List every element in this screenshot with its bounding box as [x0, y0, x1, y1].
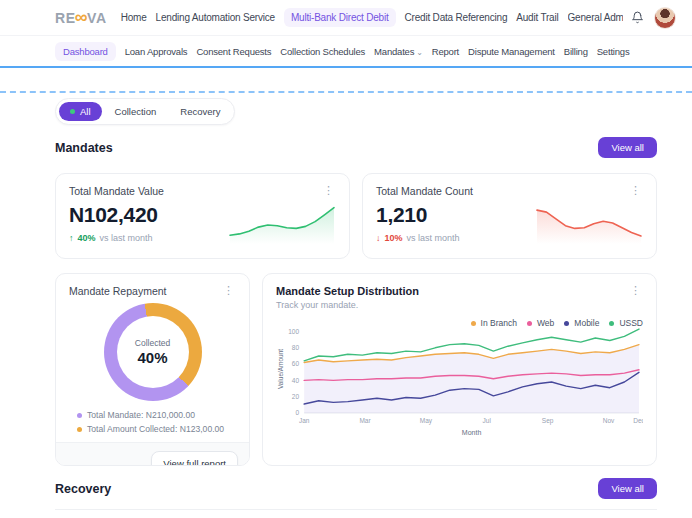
svg-text:May: May — [420, 417, 433, 425]
legend-label: Total Mandate: N210,000.00 — [87, 410, 195, 420]
chart-title: Mandate Setup Distribution — [276, 285, 419, 297]
repayment-card-footer: View full report — [56, 442, 249, 466]
svg-text:40: 40 — [292, 377, 300, 384]
line-chart: 020406080100JanMarMayJulSepNovDecMonthVa… — [276, 317, 643, 441]
legend-dot — [609, 321, 614, 326]
mandate-repayment-card: Mandate Repayment ⋮ Collected 40% Total … — [55, 273, 250, 466]
repayment-legend-item: Total Mandate: N210,000.00 — [77, 410, 236, 420]
legend-dot — [564, 321, 569, 326]
subnav-item-dispute-management[interactable]: Dispute Management — [468, 46, 555, 57]
topnav-item-general-admin[interactable]: General Admin — [568, 12, 623, 23]
subnav-item-report[interactable]: Report — [432, 46, 459, 57]
svg-text:Jul: Jul — [483, 417, 492, 424]
recovery-section-header: Recovery View all — [55, 478, 657, 499]
mandates-view-all-button[interactable]: View all — [598, 137, 657, 158]
donut-center-text: Collected 40% — [104, 303, 202, 401]
subnav-item-collection-schedules[interactable]: Collection Schedules — [280, 46, 365, 57]
svg-text:100: 100 — [288, 328, 299, 335]
filter-label: All — [80, 106, 91, 117]
donut-label: Collected — [135, 338, 170, 348]
card-title: Total Mandate Value — [69, 185, 164, 197]
subnav-item-settings[interactable]: Settings — [597, 46, 630, 57]
subnav-item-dashboard[interactable]: Dashboard — [55, 42, 116, 61]
blue-divider-line — [0, 66, 692, 68]
charts-row: Mandate Repayment ⋮ Collected 40% Total … — [55, 273, 657, 466]
topnav-items: HomeLending Automation ServiceMulti-Bank… — [121, 8, 623, 27]
mandate-setup-distribution-card: Mandate Setup Distribution ⋮ Track your … — [262, 273, 657, 466]
donut-value: 40% — [137, 349, 167, 366]
sparkline-chart — [535, 202, 643, 250]
kebab-menu-icon[interactable]: ⋮ — [221, 285, 236, 296]
topnav-item-multi-bank-direct-debit[interactable]: Multi-Bank Direct Debit — [284, 8, 396, 27]
page: RE∞VA HomeLending Automation ServiceMult… — [0, 0, 692, 518]
trend-arrow-icon: ↓ — [376, 233, 381, 243]
main-content: AllCollectionRecovery Mandates View all … — [0, 93, 692, 518]
topnav-right — [631, 7, 676, 29]
logo-text-pre: RE — [55, 10, 76, 26]
recovery-view-all-button[interactable]: View all — [598, 478, 657, 499]
svg-text:80: 80 — [292, 344, 300, 351]
stat-card-row: Total Mandate Value ⋮ N102,420 ↑ 40% vs … — [55, 173, 657, 259]
card-title: Total Mandate Count — [376, 185, 473, 197]
chevron-down-icon: ⌄ — [416, 48, 423, 57]
filter-pill-recovery[interactable]: Recovery — [169, 102, 231, 121]
kebab-menu-icon[interactable]: ⋮ — [628, 285, 643, 296]
topnav-item-credit-data-referencing[interactable]: Credit Data Referencing — [405, 12, 508, 23]
repayment-legend-item: Total Amount Collected: N123,00.00 — [77, 424, 236, 434]
svg-text:Value/Amount: Value/Amount — [277, 349, 284, 389]
active-status-dot — [70, 109, 75, 114]
kebab-menu-icon[interactable]: ⋮ — [321, 185, 336, 196]
legend-dot — [527, 321, 532, 326]
delta-percent: 10% — [385, 233, 403, 243]
recovery-section-title: Recovery — [55, 482, 111, 496]
svg-text:Month: Month — [462, 429, 482, 436]
mandates-section-title: Mandates — [55, 141, 113, 155]
svg-text:60: 60 — [292, 360, 300, 367]
filter-label: Recovery — [180, 106, 220, 117]
top-navigation-bar: RE∞VA HomeLending Automation ServiceMult… — [0, 0, 692, 36]
recova-logo[interactable]: RE∞VA — [55, 10, 107, 26]
topnav-item-audit-trail[interactable]: Audit Trail — [516, 12, 558, 23]
logo-infinity-icon: ∞ — [75, 10, 88, 24]
topnav-item-home[interactable]: Home — [121, 12, 147, 23]
legend-dot — [77, 427, 82, 432]
total-mandate-count-card: Total Mandate Count ⋮ 1,210 ↓ 10% vs las… — [362, 173, 657, 259]
subnav-item-consent-requests[interactable]: Consent Requests — [196, 46, 271, 57]
svg-text:20: 20 — [292, 393, 300, 400]
legend-dot — [471, 321, 476, 326]
svg-text:Dec: Dec — [633, 417, 643, 424]
repayment-legend: Total Mandate: N210,000.00Total Amount C… — [69, 410, 236, 434]
svg-text:Nov: Nov — [603, 417, 615, 424]
chart-subtitle: Track your mandate. — [276, 300, 643, 310]
chart-legend: In BranchWebMobileUSSD — [471, 318, 643, 328]
user-avatar[interactable] — [654, 7, 676, 29]
notification-bell-icon[interactable] — [631, 11, 644, 24]
topnav-item-lending-automation-service[interactable]: Lending Automation Service — [156, 12, 275, 23]
sub-navigation-bar: DashboardLoan ApprovalsConsent RequestsC… — [0, 36, 692, 66]
svg-text:0: 0 — [295, 409, 299, 416]
subnav-item-mandates[interactable]: Mandates⌄ — [374, 46, 423, 57]
legend-label: In Branch — [481, 318, 517, 328]
kebab-menu-icon[interactable]: ⋮ — [628, 185, 643, 196]
delta-percent: 40% — [78, 233, 96, 243]
chart-legend-item-in-branch: In Branch — [471, 318, 517, 328]
legend-label: Web — [537, 318, 554, 328]
legend-label: Mobile — [574, 318, 599, 328]
filter-pill-collection[interactable]: Collection — [104, 102, 168, 121]
total-mandate-value-card: Total Mandate Value ⋮ N102,420 ↑ 40% vs … — [55, 173, 350, 259]
card-title: Mandate Repayment — [69, 285, 166, 297]
chart-legend-item-web: Web — [527, 318, 554, 328]
subnav-item-loan-approvals[interactable]: Loan Approvals — [125, 46, 188, 57]
repayment-donut-chart: Collected 40% — [104, 303, 202, 401]
trend-arrow-icon: ↑ — [69, 233, 74, 243]
svg-text:Mar: Mar — [359, 417, 371, 424]
chart-legend-item-mobile: Mobile — [564, 318, 599, 328]
filter-label: Collection — [115, 106, 157, 117]
logo-text-post: VA — [87, 10, 107, 26]
filter-pill-group: AllCollectionRecovery — [55, 98, 235, 125]
subnav-item-billing[interactable]: Billing — [564, 46, 588, 57]
mandates-section-header: Mandates View all — [55, 137, 657, 158]
delta-note: vs last month — [407, 233, 460, 243]
filter-pill-all[interactable]: All — [59, 102, 102, 121]
view-full-report-button[interactable]: View full report — [151, 451, 238, 466]
